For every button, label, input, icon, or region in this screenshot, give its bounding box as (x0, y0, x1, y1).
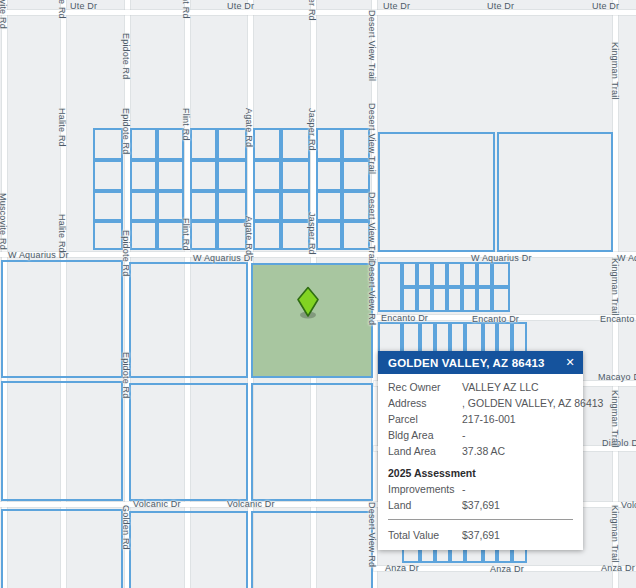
info-label: Total Value (388, 527, 462, 543)
parcel[interactable] (217, 191, 247, 221)
parcel[interactable] (129, 262, 248, 378)
parcel[interactable] (190, 221, 217, 250)
parcel[interactable] (190, 160, 217, 191)
parcel[interactable] (129, 383, 248, 501)
parcel[interactable] (432, 262, 447, 287)
info-row: Parcel217-16-001 (388, 411, 575, 427)
info-label: Land (388, 497, 462, 513)
street-label: Muscovite Rd (0, 193, 8, 250)
parcel[interactable] (492, 262, 510, 287)
parcel[interactable] (316, 191, 342, 221)
street-label: Desert View Trail (367, 103, 377, 174)
parcel[interactable] (447, 287, 462, 312)
info-label: Bldg Area (388, 427, 462, 443)
road (0, 252, 636, 257)
parcel[interactable] (477, 262, 492, 287)
info-row: Bldg Area- (388, 427, 575, 443)
parcel[interactable] (251, 511, 373, 588)
street-label: Epidote Rd (121, 108, 131, 155)
parcel[interactable] (1, 381, 123, 501)
parcel[interactable] (1, 260, 123, 378)
street-label: Volcanic Dr (621, 500, 636, 510)
parcel[interactable] (281, 128, 310, 160)
parcel[interactable] (93, 128, 123, 160)
street-label: Anza Dr (490, 564, 524, 574)
info-value: , GOLDEN VALLEY, AZ 86413 (462, 395, 603, 411)
parcel[interactable] (130, 128, 157, 160)
info-value: $37,691 (462, 497, 575, 513)
parcel[interactable] (342, 128, 370, 160)
assessment-rows: Improvements-Land$37,691 (388, 481, 575, 513)
parcel[interactable] (217, 128, 247, 160)
parcel[interactable] (316, 221, 342, 250)
map-canvas[interactable]: Ute DrUte DrUte DrUte DrUte DrW Aquarius… (0, 0, 636, 588)
parcel[interactable] (93, 160, 123, 191)
parcel[interactable] (402, 287, 417, 312)
parcel[interactable] (316, 160, 342, 191)
parcel[interactable] (93, 191, 123, 221)
parcel[interactable] (281, 160, 310, 191)
parcel[interactable] (477, 287, 492, 312)
info-label: Improvements (388, 481, 462, 497)
parcel[interactable] (447, 262, 462, 287)
parcel[interactable] (492, 287, 510, 312)
parcel[interactable] (93, 221, 123, 250)
parcel[interactable] (342, 191, 370, 221)
info-row: Rec OwnerVALLEY AZ LLC (388, 379, 575, 395)
info-row: Land$37,691 (388, 497, 575, 513)
parcel[interactable] (281, 191, 310, 221)
street-label: Epidote Rd (121, 33, 131, 80)
parcel[interactable] (497, 132, 613, 252)
close-icon[interactable]: ✕ (566, 357, 575, 368)
parcel[interactable] (157, 160, 184, 191)
street-label: Halite Rd (57, 0, 67, 19)
parcel[interactable] (157, 128, 184, 160)
location-marker-icon[interactable] (295, 286, 321, 320)
parcel[interactable] (462, 287, 477, 312)
info-label: Parcel (388, 411, 462, 427)
parcel[interactable] (432, 287, 447, 312)
parcel[interactable] (130, 191, 157, 221)
info-value: - (462, 481, 575, 497)
parcel[interactable] (253, 221, 281, 250)
street-label: Encanto Dr (381, 313, 428, 323)
street-label: Kingman Trail (610, 258, 620, 316)
parcel[interactable] (129, 511, 248, 588)
parcel[interactable] (462, 262, 477, 287)
parcel[interactable] (157, 191, 184, 221)
info-row: Land Area37.38 AC (388, 443, 575, 459)
parcel[interactable] (130, 160, 157, 191)
parcel[interactable] (190, 128, 217, 160)
parcel[interactable] (417, 262, 432, 287)
parcel[interactable] (130, 221, 157, 250)
parcel[interactable] (417, 287, 432, 312)
street-label: Volcanic Dr (227, 499, 275, 509)
street-label: Golden Rd (121, 505, 131, 550)
info-label: Rec Owner (388, 379, 462, 395)
street-label: Halite Rd (57, 108, 67, 147)
parcel[interactable] (253, 191, 281, 221)
info-label: Address (388, 395, 462, 411)
parcel[interactable] (342, 221, 370, 250)
parcel[interactable] (251, 383, 373, 501)
parcel[interactable] (253, 128, 281, 160)
parcel[interactable] (157, 221, 184, 250)
parcel[interactable] (316, 128, 342, 160)
street-label: Volcanic Dr (133, 499, 181, 509)
parcel[interactable] (190, 191, 217, 221)
parcel[interactable] (378, 262, 402, 312)
parcel[interactable] (217, 221, 247, 250)
selected-parcel[interactable] (251, 263, 373, 378)
parcel[interactable] (1, 509, 123, 588)
parcel[interactable] (253, 160, 281, 191)
assessment-section-title: 2025 Assessment (388, 465, 575, 481)
parcel[interactable] (281, 221, 310, 250)
street-label: Agate Rd (244, 108, 254, 147)
info-value: VALLEY AZ LLC (462, 379, 575, 395)
parcel[interactable] (217, 160, 247, 191)
parcel[interactable] (402, 262, 417, 287)
street-label: Muscovite Rd (0, 0, 8, 29)
parcel[interactable] (342, 160, 370, 191)
parcel[interactable] (378, 132, 495, 252)
street-label: Ute Dr (383, 1, 410, 11)
